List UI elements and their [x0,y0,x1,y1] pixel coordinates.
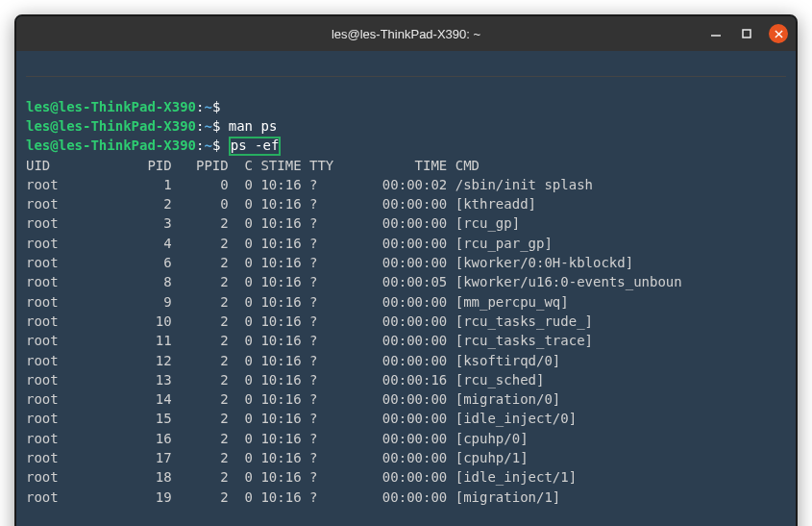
command-manps: man ps [229,118,278,134]
prompt-path: ~ [204,118,211,134]
prompt-user: les@les-ThinkPad-X390 [26,118,196,134]
prompt-line-2: les@les-ThinkPad-X390:~$ man ps [26,118,277,134]
minimize-icon [710,28,722,39]
divider [26,76,786,77]
close-button[interactable] [769,24,788,43]
prompt-line-3: les@les-ThinkPad-X390:~$ ps -ef [26,138,281,153]
prompt-line-1: les@les-ThinkPad-X390:~$ [26,99,229,114]
prompt-dollar: $ [212,99,220,114]
ps-rows-container: root 1 0 0 10:16 ? 00:00:02 /sbin/init s… [26,175,786,507]
prompt-dollar: $ [212,138,220,153]
terminal-window: les@les-ThinkPad-X390: ~ les@les-ThinkPa… [14,14,798,526]
prompt-user: les@les-ThinkPad-X390 [26,99,196,114]
close-icon [775,30,783,38]
prompt-path: ~ [204,99,211,114]
minimize-button[interactable] [707,25,725,42]
ps-header-row: UID PID PPID C STIME TTY TIME CMD [26,158,480,173]
ps-output: root 1 0 0 10:16 ? 00:00:02 /sbin/init s… [26,177,682,505]
prompt-dollar: $ [212,118,220,134]
maximize-icon [741,28,752,39]
prompt-user: les@les-ThinkPad-X390 [26,138,196,153]
window-controls [707,24,788,43]
svg-rect-1 [743,30,750,38]
terminal-body[interactable]: les@les-ThinkPad-X390:~$ les@les-ThinkPa… [16,51,796,526]
titlebar[interactable]: les@les-ThinkPad-X390: ~ [16,16,796,51]
maximize-button[interactable] [738,25,755,42]
window-title: les@les-ThinkPad-X390: ~ [332,27,480,41]
command-psef-highlighted: ps -ef [229,137,282,155]
prompt-path: ~ [204,138,211,153]
